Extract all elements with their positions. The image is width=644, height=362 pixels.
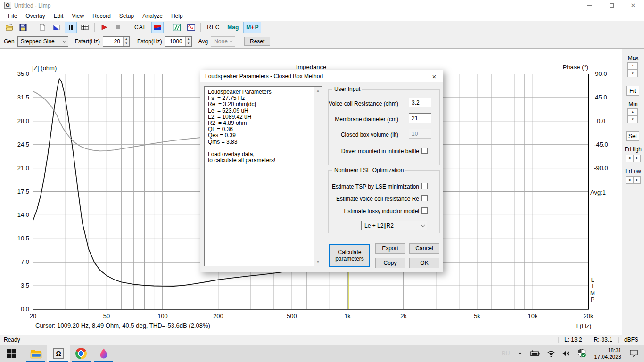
tray-battery[interactable] <box>530 350 540 357</box>
table-button[interactable] <box>79 22 91 33</box>
mag-plus-phase-mode-button[interactable]: M+P <box>243 22 261 33</box>
menu-overlay[interactable]: Overlay <box>21 12 49 20</box>
max-spinner[interactable]: ▲▼ <box>627 62 638 77</box>
copy-button[interactable]: Copy <box>375 258 405 268</box>
new-overlay-button[interactable] <box>36 22 49 33</box>
spin-down-icon[interactable]: ▼ <box>627 116 638 123</box>
action-center-button[interactable] <box>629 349 638 357</box>
menu-analyze[interactable]: Analyze <box>138 12 167 20</box>
fit-button[interactable]: Fit <box>626 86 639 96</box>
mag-label: Mag <box>227 24 239 31</box>
taskbar-chrome[interactable] <box>70 345 92 362</box>
open-button[interactable] <box>3 22 15 33</box>
dialog-title-bar[interactable]: Loudspeaker Parameters - Closed Box Meth… <box>200 70 443 82</box>
menu-setup[interactable]: Setup <box>115 12 138 20</box>
y-right-tick-label: 45.0 <box>590 94 612 101</box>
menu-file[interactable]: File <box>4 12 21 20</box>
tray-chevron-button[interactable] <box>516 350 524 357</box>
overlay-toggle-button[interactable] <box>50 22 63 33</box>
x-tick-label: 100 <box>151 313 174 320</box>
max-label: Max <box>622 55 644 61</box>
scroll-down-icon[interactable]: ▼ <box>314 258 322 266</box>
reset-button[interactable]: Reset <box>244 37 270 46</box>
rlc-label: RLC <box>207 24 220 31</box>
estimate-lossy-inductor-checkbox[interactable] <box>421 207 428 214</box>
parameter-results-listbox[interactable]: Loudspeaker Parameters Fs = 27.75 Hz Re … <box>204 86 322 266</box>
generator-button[interactable] <box>185 22 197 33</box>
menu-record[interactable]: Record <box>88 12 115 20</box>
left-level: L:-13.2 <box>558 337 587 343</box>
menu-bar: File Overlay Edit View Record Setup Anal… <box>0 11 644 21</box>
export-label: Export <box>382 245 398 252</box>
overlay-manager-button[interactable] <box>171 22 183 33</box>
record-stop-button[interactable] <box>112 22 124 33</box>
pause-button[interactable] <box>65 22 77 33</box>
tray-network[interactable] <box>547 350 555 357</box>
fstop-spinner[interactable]: ▲▼ <box>185 37 191 46</box>
listbox-scrollbar[interactable]: ▲ ▼ <box>314 87 322 266</box>
start-button[interactable] <box>0 345 23 362</box>
status-text: Ready <box>4 337 20 343</box>
avg-label: Avg <box>198 38 208 45</box>
frlow-spinner[interactable]: ◀▶ <box>626 176 641 184</box>
min-spinner[interactable]: ▲▼ <box>627 108 638 123</box>
spin-left-icon[interactable]: ◀ <box>626 155 633 162</box>
fstart-input[interactable]: 20 ▲▼ <box>103 36 130 47</box>
calibrate-button[interactable]: CAL <box>132 22 149 33</box>
export-button[interactable]: Export <box>375 243 405 254</box>
paint3d-icon <box>98 348 109 359</box>
minimize-button[interactable] <box>579 0 601 11</box>
tray-defender[interactable] <box>577 349 586 358</box>
spin-up-icon[interactable]: ▲ <box>186 37 191 42</box>
taskbar-limp-active[interactable]: Ω <box>47 345 70 362</box>
estimate-re-checkbox[interactable] <box>421 195 428 201</box>
tray-clock[interactable]: 18:31 17.04.2023 <box>594 347 621 360</box>
loudspeaker-parameters-dialog: Loudspeaker Parameters - Closed Box Meth… <box>200 70 443 272</box>
taskbar-paint3d[interactable] <box>92 345 115 362</box>
tray-volume[interactable] <box>562 350 570 357</box>
spin-down-icon[interactable]: ▼ <box>124 41 129 46</box>
frhigh-spinner[interactable]: ◀▶ <box>626 155 641 162</box>
voice-coil-resistance-input[interactable]: 3.2 <box>409 98 431 107</box>
taskbar-file-explorer[interactable] <box>25 345 47 362</box>
file-explorer-icon <box>30 348 42 359</box>
spin-up-icon[interactable]: ▲ <box>124 37 129 42</box>
calculate-parameters-button[interactable]: Calculate parameters <box>329 244 370 267</box>
toolbar-separator <box>167 23 167 32</box>
spin-left-icon[interactable]: ◀ <box>626 176 633 184</box>
spin-right-icon[interactable]: ▶ <box>633 176 641 184</box>
close-button[interactable]: ✕ <box>622 0 644 11</box>
estimate-tsp-checkbox[interactable] <box>421 183 428 189</box>
battery-icon <box>530 350 540 357</box>
inductor-model-select[interactable]: Le + L2||R2 <box>361 221 427 230</box>
mag-phase-view-button[interactable] <box>151 22 164 33</box>
toolbar-separator <box>128 23 128 32</box>
membrane-diameter-input[interactable]: 21 <box>409 113 431 123</box>
language-indicator[interactable]: RU <box>502 350 510 357</box>
record-play-button[interactable] <box>98 22 110 33</box>
scroll-up-icon[interactable]: ▲ <box>314 87 322 95</box>
magnitude-mode-button[interactable]: Mag <box>224 22 241 33</box>
spin-up-icon[interactable]: ▲ <box>627 62 638 70</box>
menu-help[interactable]: Help <box>167 12 187 20</box>
ok-button[interactable]: OK <box>409 258 439 268</box>
infinite-baffle-checkbox[interactable] <box>421 148 428 154</box>
mag-phase-split-icon <box>154 24 161 31</box>
fstop-input[interactable]: 1000 ▲▼ <box>165 36 192 47</box>
generator-type-select[interactable]: Stepped Sine <box>17 36 68 47</box>
set-button[interactable]: Set <box>626 131 639 141</box>
spin-up-icon[interactable]: ▲ <box>627 108 638 116</box>
spin-right-icon[interactable]: ▶ <box>633 155 641 162</box>
cancel-button[interactable]: Cancel <box>409 243 439 254</box>
maximize-button[interactable] <box>601 0 622 11</box>
save-button[interactable] <box>17 22 29 33</box>
menu-view[interactable]: View <box>67 12 88 20</box>
x-tick-label: 5k <box>465 313 489 320</box>
reset-label: Reset <box>250 38 264 45</box>
fstart-spinner[interactable]: ▲▼ <box>123 37 129 46</box>
menu-edit[interactable]: Edit <box>50 12 68 20</box>
dialog-close-button[interactable]: × <box>426 70 443 82</box>
spin-down-icon[interactable]: ▼ <box>627 70 638 77</box>
rlc-button[interactable]: RLC <box>204 22 223 33</box>
spin-down-icon[interactable]: ▼ <box>186 41 191 46</box>
